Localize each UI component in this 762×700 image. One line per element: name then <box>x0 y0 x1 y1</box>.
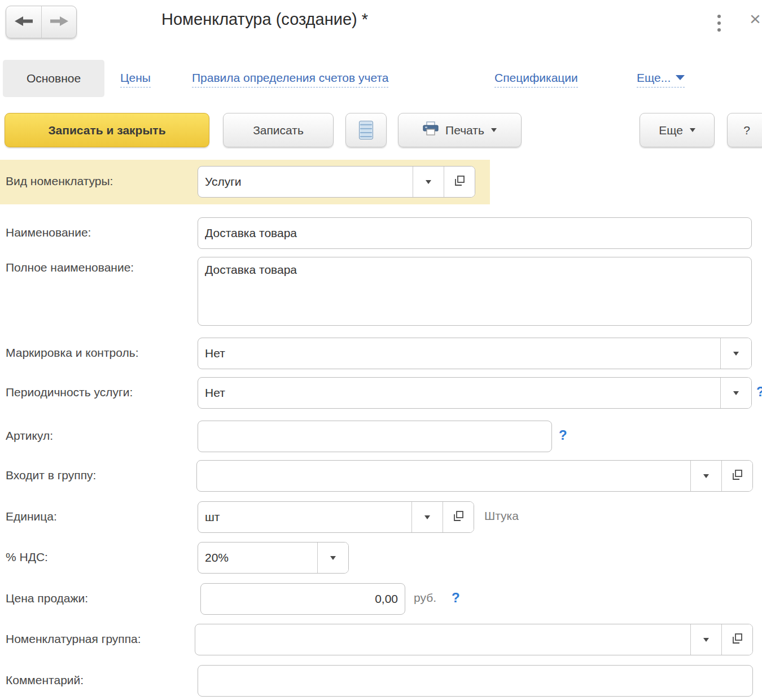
unit-open-button[interactable] <box>443 502 474 532</box>
nomenclature-group-input[interactable] <box>195 624 690 655</box>
tab-more[interactable]: Еще... <box>637 71 685 88</box>
parent-group-input[interactable] <box>197 461 690 491</box>
chevron-down-icon <box>733 391 739 395</box>
kind-combo <box>198 166 475 198</box>
chevron-down-icon <box>426 180 431 184</box>
print-button-label: Печать <box>445 124 484 137</box>
unit-dropdown-button[interactable] <box>411 502 443 532</box>
nomenclature-group-open-button[interactable] <box>721 624 752 655</box>
periodicity-combo <box>198 377 752 409</box>
tab-main[interactable]: Основное <box>3 60 104 97</box>
open-item-icon <box>731 632 743 647</box>
parent-group-dropdown-button[interactable] <box>690 461 721 491</box>
open-item-icon <box>452 510 465 524</box>
marking-dropdown-button[interactable] <box>720 338 751 369</box>
kebab-menu-icon[interactable] <box>713 15 725 32</box>
vat-input[interactable] <box>198 542 317 573</box>
chevron-down-icon <box>676 75 685 80</box>
chevron-down-icon <box>733 352 739 356</box>
article-label: Артикул: <box>6 429 53 443</box>
unit-combo <box>198 501 474 533</box>
parent-group-label: Входит в группу: <box>6 469 96 482</box>
comment-label: Комментарий: <box>6 673 84 687</box>
help-button[interactable]: ? <box>727 113 762 147</box>
open-item-icon <box>453 174 466 189</box>
article-input[interactable] <box>198 421 552 452</box>
unit-label: Единица: <box>6 510 57 523</box>
close-icon[interactable]: × <box>750 9 761 28</box>
show-in-list-button[interactable] <box>345 113 387 147</box>
kind-label: Вид номенклатуры: <box>6 174 113 188</box>
back-button[interactable] <box>6 6 41 38</box>
list-stack-icon <box>359 121 373 139</box>
nomenclature-group-dropdown-button[interactable] <box>690 624 721 655</box>
sale-price-input[interactable] <box>200 583 405 615</box>
forward-button[interactable] <box>41 6 76 38</box>
tab-prices[interactable]: Цены <box>120 71 151 88</box>
marking-label: Маркировка и контроль: <box>6 346 139 360</box>
nomenclature-group-combo <box>195 624 753 655</box>
parent-group-open-button[interactable] <box>721 461 752 491</box>
periodicity-label: Периодичность услуги: <box>6 386 133 399</box>
page-title: Номенклатура (создание) * <box>161 10 368 29</box>
arrow-right-icon <box>50 16 68 28</box>
unit-input[interactable] <box>198 502 411 532</box>
chevron-down-icon <box>424 515 430 519</box>
name-label: Наименование: <box>6 226 91 239</box>
marking-input[interactable] <box>198 338 720 369</box>
name-input[interactable] <box>198 217 752 249</box>
chevron-down-icon <box>330 556 336 560</box>
kind-open-button[interactable] <box>444 167 475 197</box>
chevron-down-icon <box>703 474 709 478</box>
tab-account-rules[interactable]: Правила определения счетов учета <box>192 71 388 88</box>
vat-combo <box>198 542 349 574</box>
nomenclature-group-label: Номенклатурная группа: <box>6 632 141 646</box>
chevron-down-icon <box>690 128 695 132</box>
kind-input[interactable] <box>198 167 413 197</box>
printer-icon <box>423 121 439 139</box>
history-nav-group <box>6 6 77 38</box>
marking-combo <box>198 338 752 369</box>
sale-price-currency: руб. <box>414 591 436 605</box>
save-button[interactable]: Записать <box>223 113 334 147</box>
unit-hint: Штука <box>484 509 519 523</box>
arrow-left-icon <box>15 16 33 28</box>
periodicity-dropdown-button[interactable] <box>720 378 751 408</box>
nomenclature-create-window: Номенклатура (создание) * × Основное Цен… <box>0 0 762 700</box>
print-button[interactable]: Печать <box>398 113 522 147</box>
parent-group-combo <box>196 460 753 492</box>
vat-dropdown-button[interactable] <box>317 542 348 573</box>
open-item-icon <box>731 469 743 483</box>
article-help-icon[interactable]: ? <box>559 427 567 443</box>
kind-dropdown-button[interactable] <box>413 167 444 197</box>
comment-input[interactable] <box>198 665 753 697</box>
tab-specifications[interactable]: Спецификации <box>494 71 578 88</box>
sale-price-label: Цена продажи: <box>6 592 88 605</box>
save-and-close-button[interactable]: Записать и закрыть <box>5 113 209 147</box>
chevron-down-icon <box>703 638 709 642</box>
full-name-textarea[interactable]: Доставка товара <box>198 257 752 326</box>
chevron-down-icon <box>491 128 497 132</box>
sale-price-help-icon[interactable]: ? <box>452 590 460 606</box>
periodicity-help-icon[interactable]: ? <box>756 384 762 400</box>
periodicity-input[interactable] <box>198 378 720 408</box>
vat-label: % НДС: <box>6 550 48 564</box>
more-button-label: Еще <box>659 124 683 137</box>
more-button[interactable]: Еще <box>640 113 715 147</box>
full-name-label: Полное наименование: <box>6 261 134 274</box>
